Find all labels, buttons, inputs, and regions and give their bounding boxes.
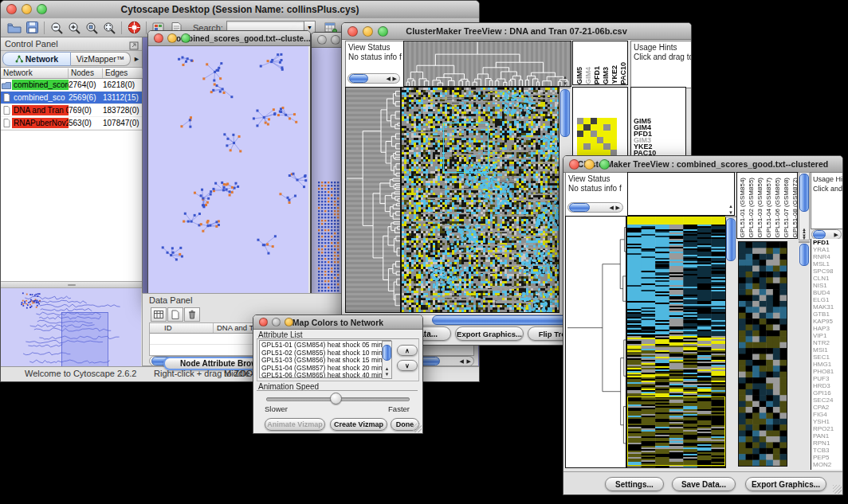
table-grid-icon[interactable] [151, 307, 167, 322]
create-vizmap-button[interactable]: Create Vizmap [330, 418, 387, 431]
gene-label[interactable]: MAK31 [813, 303, 843, 311]
resize-grip[interactable] [413, 424, 422, 432]
gene-label[interactable]: YRA1 [813, 246, 843, 253]
gene-label[interactable]: RPO21 [813, 425, 843, 432]
gene-label[interactable]: RPN1 [813, 440, 843, 447]
tab-network[interactable]: Network [2, 52, 71, 66]
zoom-button[interactable] [181, 33, 190, 43]
gene-label[interactable]: PFD1 [813, 239, 843, 246]
gene-label[interactable]: CPA2 [813, 404, 843, 411]
minimize-button[interactable] [363, 26, 373, 37]
zoom-in-icon[interactable] [65, 20, 83, 36]
gene-label[interactable]: CLN1 [813, 275, 843, 282]
zoom-out-icon[interactable] [48, 20, 65, 36]
gene-label[interactable]: NTR2 [813, 339, 843, 346]
open-session-icon[interactable] [6, 20, 23, 36]
zoom-button[interactable] [378, 26, 388, 37]
network-window-1-titlebar[interactable]: combined_scores_good.txt--cluste... [148, 31, 310, 46]
zoom-button[interactable] [285, 318, 293, 326]
tv2-heatmap[interactable] [626, 216, 726, 468]
close-button[interactable] [347, 26, 358, 37]
column-label[interactable]: YKE2 [610, 65, 618, 84]
window-controls[interactable] [347, 26, 388, 37]
window-controls[interactable] [6, 4, 47, 14]
save-session-icon[interactable] [23, 20, 41, 36]
minimize-button[interactable] [167, 33, 177, 43]
minimize-button[interactable] [272, 318, 281, 326]
gene-label[interactable]: MON2 [813, 461, 843, 468]
column-label[interactable]: GPL51-02 (GSM855) [748, 178, 755, 238]
help-icon[interactable] [125, 20, 143, 36]
tab-overflow-button[interactable]: ► [133, 55, 140, 63]
zoom-button[interactable] [599, 159, 610, 170]
gene-label[interactable]: HRD3 [813, 382, 843, 389]
speed-slider-thumb[interactable] [330, 393, 342, 404]
network-canvas-1[interactable] [148, 46, 308, 299]
column-label[interactable]: GPL51-03 (GSM856) [756, 178, 764, 238]
column-label[interactable]: GIM5 [575, 67, 583, 84]
delete-attribute-icon[interactable] [184, 307, 200, 322]
close-button[interactable] [259, 318, 268, 326]
column-label[interactable]: GPL51-07 (GSM868) [783, 178, 790, 238]
gene-label[interactable]: PHO81 [813, 368, 843, 375]
birdseye-view[interactable] [1, 288, 141, 369]
gene-label[interactable]: FIG4 [813, 411, 843, 418]
tv2-zoom-heatmap[interactable] [738, 241, 787, 467]
column-label[interactable]: PFD1 [593, 66, 601, 84]
new-attribute-icon[interactable] [167, 307, 183, 322]
column-label[interactable]: GIM4 [584, 67, 592, 84]
minimize-button[interactable] [331, 35, 340, 45]
panel-divider[interactable] [1, 281, 142, 288]
gene-label[interactable]: VIP1 [813, 332, 843, 339]
tv1-export-graphics-button[interactable]: Export Graphics... [455, 326, 524, 341]
gene-label[interactable]: PEP5 [813, 454, 843, 461]
network-list-row[interactable]: combined_scores2764(0)16218(0) [1, 79, 142, 92]
tv1-zoom-matrix[interactable] [577, 118, 617, 156]
gene-label[interactable]: SEC24 [813, 397, 843, 404]
gene-label[interactable]: PUF3 [813, 375, 843, 382]
attribute-item[interactable]: GPL51-06 (GSM865) heat shock 40 min [261, 372, 391, 378]
tv1-view-status-scrollbar[interactable]: ◀ ▶ [347, 73, 400, 84]
minimize-button[interactable] [584, 159, 595, 170]
close-button[interactable] [154, 33, 163, 43]
tab-vizmapper[interactable]: VizMapper™ [71, 52, 131, 66]
tv2-export-graphics-button[interactable]: Export Graphics... [745, 477, 826, 491]
zoom-selected-icon[interactable] [83, 20, 100, 36]
gene-label[interactable]: SPC98 [813, 268, 843, 275]
gene-label[interactable]: GTB1 [813, 311, 843, 318]
tv2-zoom-vscrollbar[interactable]: ▲ ▼ [799, 241, 810, 243]
column-label[interactable]: GIM3 [602, 67, 610, 84]
move-up-button[interactable]: ∧ [397, 345, 418, 356]
treeview2-titlebar[interactable]: ClusterMaker TreeView : combined_scores_… [563, 156, 842, 173]
minimize-button[interactable] [22, 4, 32, 14]
column-label[interactable]: GPL51-08 (GSM872) [791, 178, 798, 238]
move-down-button[interactable]: ∨ [397, 360, 418, 371]
zoom-button[interactable] [37, 4, 47, 14]
treeview1-titlebar[interactable]: ClusterMaker TreeView : DNA and Tran 07-… [342, 23, 691, 40]
gene-label[interactable]: MSL1 [813, 260, 843, 268]
gene-label[interactable]: ELG1 [813, 296, 843, 303]
close-button[interactable] [569, 159, 579, 170]
main-titlebar[interactable]: Cytoscape Desktop (Session Name: collins… [1, 1, 479, 19]
dialog-titlebar[interactable]: Map Colors to Network [253, 315, 422, 330]
gene-label[interactable]: HAP3 [813, 325, 843, 332]
column-label[interactable]: GPL51-06 (GSM865) [774, 178, 781, 238]
animate-vizmap-button[interactable]: Animate Vizmap [265, 418, 325, 431]
tv1-gene-dendrogram[interactable] [345, 87, 401, 313]
gene-label[interactable]: MSI1 [813, 346, 843, 354]
gene-label[interactable]: YSH1 [813, 418, 843, 425]
gene-label[interactable]: NIS1 [813, 282, 843, 289]
column-label[interactable]: GPL51-01 (GSM854) [739, 178, 746, 238]
tv2-gene-dendrogram[interactable] [565, 216, 626, 468]
window-controls[interactable] [569, 159, 610, 170]
window-controls[interactable] [154, 33, 190, 43]
tv2-heatmap-vscrollbar[interactable]: ▲ ▼ [725, 216, 736, 217]
network-list-row[interactable]: RNAPuberNov2+563(0)107847(0) [1, 117, 142, 130]
gene-label[interactable]: TCB3 [813, 447, 843, 454]
tv1-heatmap[interactable] [401, 87, 559, 313]
gene-label[interactable]: PAN1 [813, 432, 843, 440]
zoom-fit-icon[interactable] [100, 20, 118, 36]
close-button[interactable] [317, 35, 327, 45]
gene-label[interactable]: SEC1 [813, 354, 843, 361]
col-id[interactable]: ID [150, 323, 214, 333]
